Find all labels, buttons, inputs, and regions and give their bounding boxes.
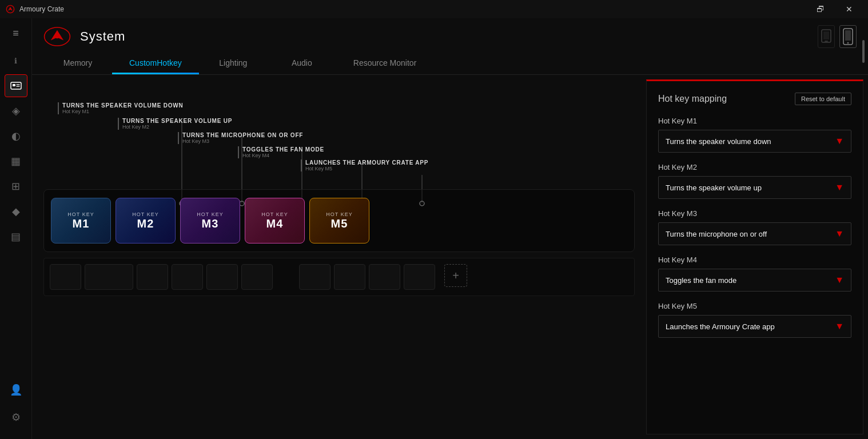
hotkey-label-m2: TURNS THE SPEAKER VOLUME UP Hot Key M2 bbox=[118, 118, 232, 130]
hotkey-label-m4: TOGGLES THE FAN MODE Hot Key M4 bbox=[238, 146, 324, 158]
device-icon-phone[interactable] bbox=[839, 25, 857, 48]
svg-rect-10 bbox=[823, 31, 829, 39]
hotkey-entry-label-m3: Hot Key M3 bbox=[658, 209, 851, 218]
svg-rect-3 bbox=[17, 84, 18, 85]
hotkey-dropdown-m3[interactable]: Turns the microphone on or off ▼ bbox=[658, 222, 851, 245]
hotkey-dropdown-value-m5: Launches the Armoury Crate app bbox=[666, 322, 775, 331]
dropdown-arrow-m3: ▼ bbox=[835, 229, 844, 239]
device-icon-laptop[interactable] bbox=[818, 25, 835, 48]
hotkey-dropdown-value-m2: Turns the speaker volume up bbox=[666, 183, 762, 192]
hotkey-dropdown-value-m3: Turns the microphone on or off bbox=[666, 230, 767, 238]
window-controls: 🗗 ✕ bbox=[807, 0, 862, 18]
svg-rect-2 bbox=[13, 84, 15, 86]
add-profile-button[interactable]: + bbox=[444, 264, 467, 287]
close-button[interactable]: ✕ bbox=[836, 0, 862, 18]
sidebar-menu-button[interactable]: ≡ bbox=[5, 23, 27, 43]
hotkey-dropdown-m4[interactable]: Toggles the fan mode ▼ bbox=[658, 269, 851, 292]
hotkey-entry-label-m1: Hot Key M1 bbox=[658, 117, 851, 125]
rog-logo-icon bbox=[43, 26, 71, 47]
svg-point-14 bbox=[847, 42, 849, 44]
sidebar-item-scenario[interactable]: ⊞ bbox=[5, 175, 27, 198]
sidebar-item-gamevisual[interactable]: ◐ bbox=[5, 125, 27, 147]
reset-button[interactable]: Reset to default bbox=[795, 93, 851, 105]
sidebar-item-keystone[interactable]: ◆ bbox=[5, 200, 27, 223]
hotkey-button-m3[interactable]: HOT KEY M3 bbox=[180, 198, 240, 244]
svg-rect-6 bbox=[18, 86, 19, 87]
lower-key-10 bbox=[404, 264, 435, 290]
hotkey-entry-m1: Hot Key M1 Turns the speaker volume down… bbox=[658, 117, 851, 153]
hotkey-button-m2[interactable]: HOT KEY M2 bbox=[116, 198, 176, 244]
hotkey-label-m5: LAUNCHES THE ARMOURY CRATE APP Hot Key M… bbox=[301, 159, 428, 171]
sidebar: ≡ ℹ ◈ ◐ ▦ ⊞ ◆ ▤ 👤 ⚙ bbox=[0, 18, 32, 439]
sidebar-item-info[interactable]: ℹ bbox=[5, 49, 27, 72]
hotkey-entry-m3: Hot Key M3 Turns the microphone on or of… bbox=[658, 209, 851, 245]
hotkey-label-m1: TURNS THE SPEAKER VOLUME DOWN Hot Key M1 bbox=[58, 102, 184, 114]
svg-rect-4 bbox=[18, 84, 19, 85]
hotkey-dropdown-m1[interactable]: Turns the speaker volume down ▼ bbox=[658, 130, 851, 153]
svg-rect-5 bbox=[17, 86, 18, 87]
tab-lighting[interactable]: Lighting bbox=[199, 53, 268, 74]
device-selector bbox=[818, 25, 857, 48]
app-title: Armoury Crate bbox=[19, 5, 807, 13]
tab-resource-monitor[interactable]: Resource Monitor bbox=[336, 53, 434, 74]
page-title: System bbox=[80, 29, 125, 44]
lower-keyboard: + bbox=[43, 258, 635, 296]
sidebar-item-settings[interactable]: ⚙ bbox=[5, 406, 27, 429]
main-section: TURNS THE SPEAKER VOLUME DOWN Hot Key M1… bbox=[32, 75, 868, 439]
hotkey-button-m5[interactable]: HOT KEY M5 bbox=[309, 198, 369, 244]
tab-memory[interactable]: Memory bbox=[43, 53, 112, 74]
lower-key-4 bbox=[172, 264, 203, 290]
hotkey-panel: Hot key mapping Reset to default Hot Key… bbox=[646, 79, 863, 434]
sidebar-item-library[interactable]: ▤ bbox=[5, 225, 27, 248]
lower-key-5 bbox=[206, 264, 238, 290]
restore-button[interactable]: 🗗 bbox=[807, 0, 834, 18]
hotkey-dropdown-m5[interactable]: Launches the Armoury Crate app ▼ bbox=[658, 315, 851, 338]
hotkey-dropdown-m2[interactable]: Turns the speaker volume up ▼ bbox=[658, 176, 851, 199]
panel-title: Hot key mapping bbox=[658, 94, 727, 104]
sidebar-item-aura[interactable]: ◈ bbox=[5, 99, 27, 122]
dropdown-arrow-m5: ▼ bbox=[835, 321, 844, 332]
lower-key-3 bbox=[137, 264, 168, 290]
tab-bar: Memory CustomHotkey Lighting Audio Resou… bbox=[32, 53, 868, 75]
svg-rect-11 bbox=[825, 41, 828, 42]
hotkey-diagram: TURNS THE SPEAKER VOLUME DOWN Hot Key M1… bbox=[43, 86, 635, 252]
lower-key-2 bbox=[85, 264, 133, 290]
sidebar-item-profile[interactable]: 👤 bbox=[5, 378, 27, 401]
sidebar-item-system[interactable] bbox=[5, 74, 27, 97]
panel-header: Hot key mapping Reset to default bbox=[658, 93, 851, 105]
lower-key-7 bbox=[299, 264, 331, 290]
svg-rect-1 bbox=[11, 82, 21, 89]
hotkey-entry-label-m5: Hot Key M5 bbox=[658, 302, 851, 310]
hotkey-entry-m5: Hot Key M5 Launches the Armoury Crate ap… bbox=[658, 302, 851, 338]
tab-customhotkey[interactable]: CustomHotkey bbox=[112, 53, 199, 74]
lower-key-9 bbox=[369, 264, 400, 290]
hotkey-label-m3: TURNS THE MICROPHONE ON OR OFF Hot Key M… bbox=[178, 132, 303, 144]
dropdown-arrow-m1: ▼ bbox=[835, 136, 844, 146]
lower-key-1 bbox=[50, 264, 81, 290]
lower-key-6 bbox=[241, 264, 273, 290]
hotkey-dropdown-value-m4: Toggles the fan mode bbox=[666, 276, 736, 285]
sidebar-item-gpu[interactable]: ▦ bbox=[5, 150, 27, 173]
titlebar: Armoury Crate 🗗 ✕ bbox=[0, 0, 868, 18]
svg-rect-13 bbox=[845, 30, 851, 41]
hotkey-dropdown-value-m1: Turns the speaker volume down bbox=[666, 137, 771, 146]
dropdown-arrow-m2: ▼ bbox=[835, 182, 844, 193]
hotkey-entry-label-m2: Hot Key M2 bbox=[658, 163, 851, 171]
hotkey-entry-m2: Hot Key M2 Turns the speaker volume up ▼ bbox=[658, 163, 851, 199]
lower-key-8 bbox=[334, 264, 365, 290]
page-header: System bbox=[32, 18, 868, 53]
svg-point-8 bbox=[55, 35, 59, 38]
rog-logo bbox=[43, 26, 71, 47]
hotkey-button-m1[interactable]: HOT KEY M1 bbox=[51, 198, 111, 244]
tab-audio[interactable]: Audio bbox=[268, 53, 336, 74]
hotkey-button-m4[interactable]: HOT KEY M4 bbox=[245, 198, 305, 244]
content-area: System bbox=[32, 18, 868, 439]
hotkey-entry-label-m4: Hot Key M4 bbox=[658, 256, 851, 264]
hotkey-entry-m4: Hot Key M4 Toggles the fan mode ▼ bbox=[658, 256, 851, 292]
keyboard-area: TURNS THE SPEAKER VOLUME DOWN Hot Key M1… bbox=[32, 75, 646, 439]
app-logo-icon bbox=[6, 5, 15, 14]
dropdown-arrow-m4: ▼ bbox=[835, 275, 844, 285]
